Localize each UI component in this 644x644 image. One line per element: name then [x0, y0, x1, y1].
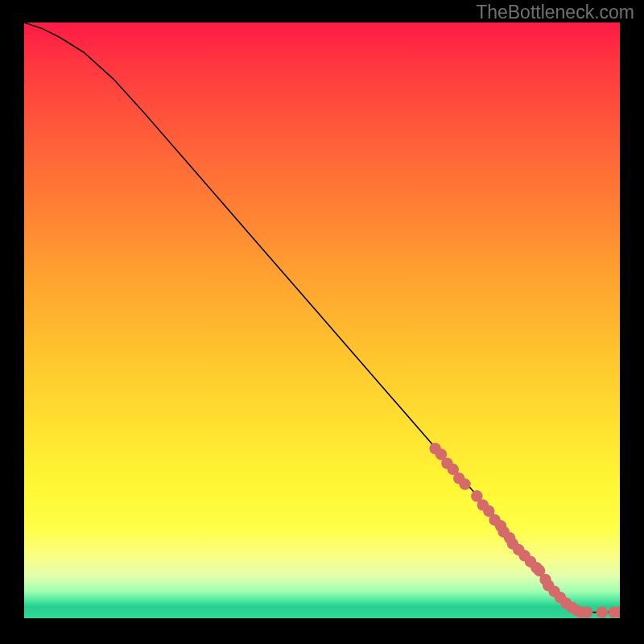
- curve-line: [24, 23, 620, 613]
- data-marker: [597, 606, 608, 617]
- watermark-text: TheBottleneck.com: [476, 2, 634, 23]
- chart-container: TheBottleneck.com: [0, 0, 644, 644]
- data-marker: [581, 606, 592, 617]
- chart-svg: [24, 23, 620, 618]
- data-marker: [459, 478, 470, 489]
- data-markers: [429, 443, 620, 618]
